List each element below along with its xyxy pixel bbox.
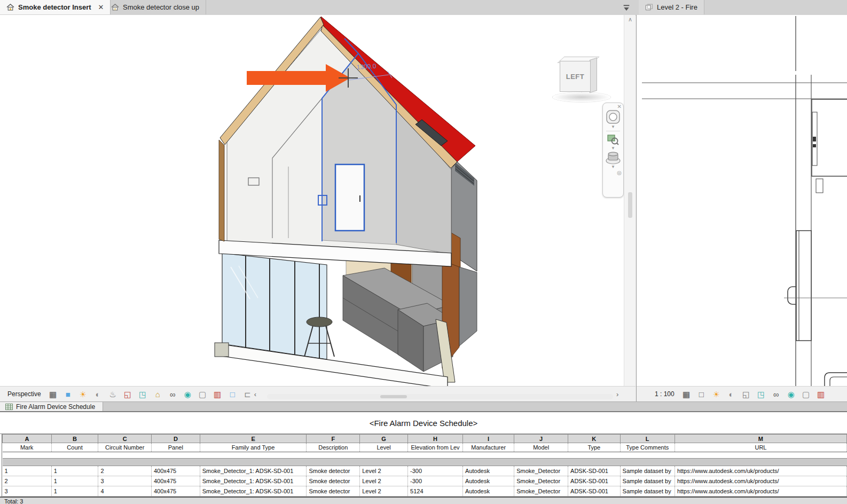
zoom-region-icon[interactable] <box>607 133 619 146</box>
gap-cell[interactable] <box>568 452 621 459</box>
temporary-view-properties-icon[interactable]: ▢ <box>198 390 207 398</box>
group-cell[interactable] <box>620 459 675 466</box>
shadows-icon[interactable]: ◐ <box>93 390 103 398</box>
table-cell[interactable]: 1 <box>51 466 98 476</box>
table-cell[interactable]: 1 <box>51 486 98 497</box>
scrollbar-thumb[interactable] <box>628 192 632 218</box>
gap-cell[interactable] <box>620 452 675 459</box>
reveal-hidden-elements-icon[interactable]: ◉ <box>787 390 796 398</box>
viewcube[interactable]: LEFT <box>559 46 607 99</box>
table-cell[interactable]: 2 <box>3 476 52 486</box>
group-cell[interactable] <box>675 459 846 466</box>
letters-cell[interactable]: I <box>463 435 514 443</box>
letters-cell[interactable]: E <box>200 435 307 443</box>
displaced-elements-icon[interactable]: ▥ <box>817 390 826 398</box>
table-cell[interactable]: Smoke_Detector_1: ADSK-SD-001 <box>200 476 307 486</box>
table-cell[interactable]: https://www.autodesk.com/uk/products/ <box>675 476 846 486</box>
table-cell[interactable]: Sample dataset by <box>620 476 675 486</box>
table-cell[interactable]: 5124 <box>408 486 463 497</box>
plan-view-canvas[interactable] <box>637 15 847 387</box>
letters-cell[interactable]: D <box>152 435 200 443</box>
heads-cell[interactable]: Model <box>514 443 568 452</box>
crop-view-icon[interactable]: ◱ <box>742 390 751 398</box>
steering-wheel-icon[interactable] <box>606 109 621 124</box>
heads-cell[interactable]: Type <box>568 443 621 452</box>
temporary-view-properties-icon[interactable]: ▢ <box>802 390 811 398</box>
group-cell[interactable] <box>568 459 621 466</box>
table-cell[interactable]: https://www.autodesk.com/uk/products/ <box>675 466 846 476</box>
table-cell[interactable]: Autodesk <box>463 466 514 476</box>
gap-cell[interactable] <box>307 452 360 459</box>
shadows-icon[interactable]: ◐ <box>727 390 736 398</box>
vertical-scrollbar[interactable]: ∧ <box>624 15 636 387</box>
letters-cell[interactable]: L <box>620 435 675 443</box>
heads-cell[interactable]: Elevation from Lev <box>408 443 463 452</box>
letters-cell[interactable]: H <box>408 435 463 443</box>
show-crop-region-icon[interactable]: ◳ <box>757 390 766 398</box>
heads-cell[interactable]: Type Comments <box>620 443 675 452</box>
group-cell[interactable] <box>463 459 514 466</box>
group-cell[interactable] <box>360 459 408 466</box>
table-cell[interactable]: -300 <box>408 466 463 476</box>
chevron-down-icon[interactable]: ▼ <box>611 124 615 129</box>
table-cell[interactable]: -300 <box>408 476 463 486</box>
table-cell[interactable]: 400x475 <box>152 486 200 497</box>
letters-cell[interactable]: C <box>98 435 152 443</box>
gap-cell[interactable] <box>360 452 408 459</box>
tab-list-dropdown-icon[interactable] <box>622 3 631 12</box>
heads-cell[interactable]: Count <box>51 443 98 452</box>
table-cell[interactable]: Level 2 <box>360 476 408 486</box>
show-rendering-icon[interactable]: ♨ <box>108 390 117 398</box>
view-size-icon[interactable]: ▦ <box>49 390 58 398</box>
table-cell[interactable]: Sample dataset by <box>620 486 675 497</box>
view-cube-toggle-icon[interactable]: □ <box>228 390 237 398</box>
table-cell[interactable]: Smoke detector <box>307 476 360 486</box>
heads-cell[interactable]: Circuit Number <box>98 443 152 452</box>
letters-cell[interactable]: G <box>360 435 408 443</box>
tab-fire-alarm-device-schedule[interactable]: Fire Alarm Device Schedule <box>0 402 103 412</box>
table-cell[interactable]: ADSK-SD-001 <box>568 476 621 486</box>
gap-cell[interactable] <box>200 452 307 459</box>
reveal-constraints-icon[interactable]: ⊏ <box>243 390 252 398</box>
table-cell[interactable]: Smoke_Detector <box>514 476 568 486</box>
letters-cell[interactable]: B <box>51 435 98 443</box>
group-cell[interactable] <box>514 459 568 466</box>
table-cell[interactable]: 400x475 <box>152 466 200 476</box>
show-crop-region-icon[interactable]: ◳ <box>138 390 147 398</box>
viewcube-face-left[interactable]: LEFT <box>560 61 591 92</box>
heads-cell[interactable]: URL <box>675 443 846 452</box>
table-cell[interactable]: Autodesk <box>463 476 514 486</box>
reveal-hidden-elements-icon[interactable]: ◉ <box>183 390 192 398</box>
temporary-hide-isolate-icon[interactable]: ∞ <box>772 390 781 398</box>
table-cell[interactable]: Smoke_Detector <box>514 466 568 476</box>
lock-3d-view-icon[interactable]: ⌂ <box>153 390 162 398</box>
gap-cell[interactable] <box>3 452 52 459</box>
heads-cell[interactable]: Description <box>307 443 360 452</box>
view-scale-label[interactable]: 1 : 100 <box>655 390 675 398</box>
3d-view-canvas[interactable]: 1300.0 <box>0 15 636 387</box>
table-cell[interactable]: ADSK-SD-001 <box>568 486 621 497</box>
group-cell[interactable] <box>3 459 52 466</box>
visual-style-icon[interactable]: ■ <box>64 390 73 398</box>
crop-view-icon[interactable]: ◱ <box>123 390 132 398</box>
letters-cell[interactable]: A <box>3 435 52 443</box>
sun-path-icon[interactable]: ☀ <box>712 390 721 398</box>
heads-cell[interactable]: Panel <box>152 443 200 452</box>
chevron-down-icon[interactable]: ▼ <box>611 146 615 151</box>
table-cell[interactable]: Level 2 <box>360 466 408 476</box>
visual-style-icon[interactable]: □ <box>697 390 706 398</box>
heads-cell[interactable]: Mark <box>3 443 52 452</box>
table-cell[interactable]: https://www.autodesk.com/uk/products/ <box>675 486 846 497</box>
group-cell[interactable] <box>98 459 152 466</box>
table-cell[interactable]: 3 <box>98 476 152 486</box>
gap-cell[interactable] <box>675 452 846 459</box>
table-cell[interactable]: 1 <box>51 476 98 486</box>
table-cell[interactable]: ADSK-SD-001 <box>568 466 621 476</box>
tab-level2-fire[interactable]: Level 2 - Fire <box>639 0 704 14</box>
scroll-up-icon[interactable]: ∧ <box>624 16 636 23</box>
group-cell[interactable] <box>51 459 98 466</box>
table-cell[interactable]: Level 2 <box>360 486 408 497</box>
displaced-elements-icon[interactable]: ▥ <box>213 390 222 398</box>
group-cell[interactable] <box>152 459 200 466</box>
gap-cell[interactable] <box>51 452 98 459</box>
